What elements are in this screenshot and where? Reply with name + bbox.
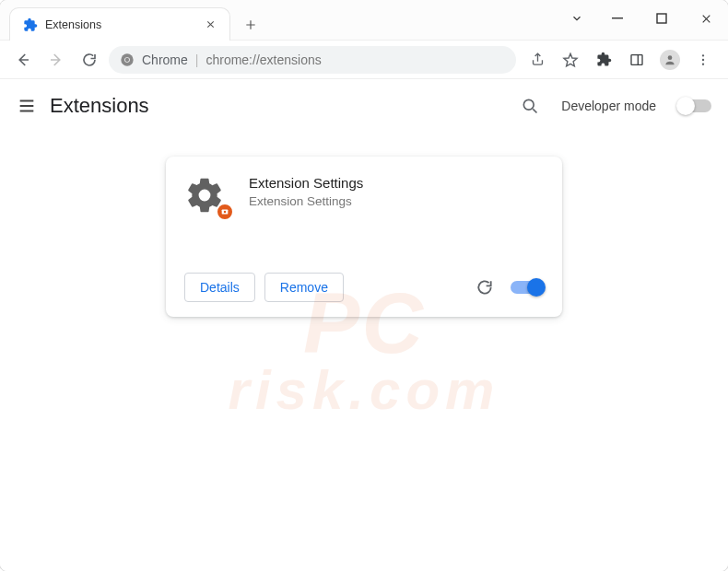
svg-rect-5: [631, 54, 642, 64]
extension-card: Extension Settings Extension Settings De…: [166, 157, 562, 317]
extensions-header: Extensions Developer mode: [0, 79, 728, 133]
reload-extension-icon[interactable]: [476, 278, 494, 297]
svg-point-10: [524, 99, 534, 110]
svg-point-8: [702, 58, 704, 60]
extension-description: Extension Settings: [249, 194, 363, 208]
forward-button: [42, 46, 70, 74]
developer-mode-toggle[interactable]: [678, 99, 711, 112]
svg-point-4: [125, 57, 129, 61]
maximize-button[interactable]: [640, 0, 684, 37]
hamburger-menu-icon[interactable]: [17, 96, 37, 116]
svg-rect-0: [612, 17, 623, 18]
svg-point-9: [702, 63, 704, 64]
extension-name: Extension Settings: [249, 175, 363, 191]
minimize-button[interactable]: [595, 0, 640, 37]
developer-mode-label: Developer mode: [561, 99, 656, 113]
svg-rect-1: [657, 14, 666, 23]
page-content: PC risk.com Extensions Developer mode: [0, 79, 728, 571]
page-title: Extensions: [50, 94, 508, 118]
titlebar: Extensions: [0, 0, 728, 41]
omnibox-scheme-label: Chrome: [142, 52, 188, 67]
chevron-down-icon[interactable]: [558, 0, 595, 37]
details-button[interactable]: Details: [184, 273, 255, 302]
window-controls: [558, 0, 728, 40]
browser-window: Extensions: [0, 0, 728, 571]
puzzle-piece-icon: [23, 17, 38, 32]
new-tab-button[interactable]: [238, 9, 264, 40]
omnibox-url: chrome://extensions: [205, 52, 321, 67]
profile-avatar[interactable]: [654, 46, 686, 74]
svg-point-12: [224, 211, 227, 214]
tab-title: Extensions: [45, 18, 196, 31]
extension-enable-toggle[interactable]: [511, 281, 544, 294]
extensions-puzzle-icon[interactable]: [588, 46, 619, 74]
omnibox-divider: |: [195, 52, 199, 67]
back-button[interactable]: [9, 46, 37, 74]
search-icon[interactable]: [521, 97, 539, 115]
remove-button[interactable]: Remove: [264, 273, 344, 302]
extension-icon: [184, 175, 230, 260]
chrome-icon: [120, 52, 135, 67]
bookmark-star-icon[interactable]: [555, 46, 586, 74]
svg-point-7: [702, 54, 704, 56]
close-icon[interactable]: [204, 18, 217, 31]
reload-button[interactable]: [76, 46, 103, 74]
browser-tab[interactable]: Extensions: [9, 7, 230, 41]
extension-badge-icon: [216, 203, 234, 221]
close-window-button[interactable]: [684, 0, 728, 37]
address-bar[interactable]: Chrome | chrome://extensions: [109, 46, 516, 74]
toolbar: Chrome | chrome://extensions: [0, 41, 728, 79]
extension-info: Extension Settings Extension Settings: [249, 175, 363, 260]
share-icon[interactable]: [522, 46, 553, 74]
kebab-menu-icon[interactable]: [687, 46, 719, 74]
svg-point-6: [668, 55, 673, 60]
side-panel-icon[interactable]: [621, 46, 652, 74]
